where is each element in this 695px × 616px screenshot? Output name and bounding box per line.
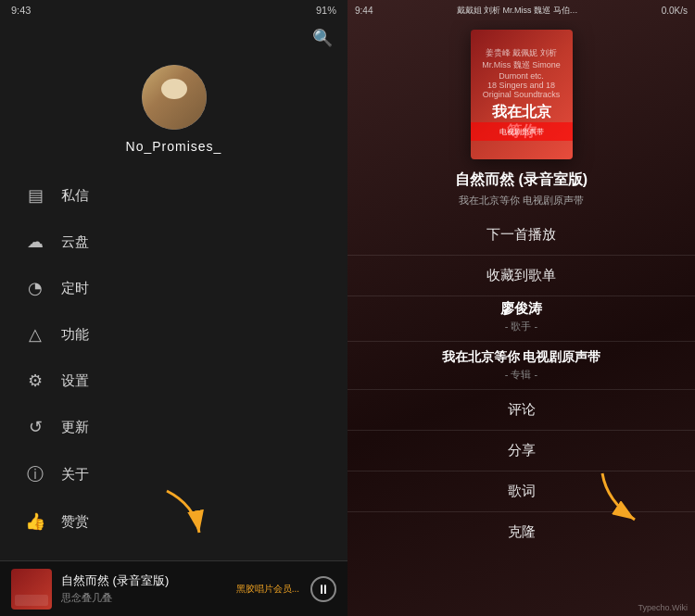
left-status-bar: 9:43 91%	[0, 0, 348, 20]
nav-item-cloud[interactable]: ☁ 云盘	[15, 219, 333, 265]
menu-list: 下一首播放 收藏到歌单 廖俊涛 - 歌手 - 我在北京等你 电视剧原声带 - 专…	[348, 215, 695, 552]
nav-item-update[interactable]: ↺ 更新	[15, 404, 333, 450]
menu-item-album-name[interactable]: 我在北京等你 电视剧原声带	[348, 342, 695, 368]
album-art-credits: 姜贵峰 戴佩妮 刘析 Mr.Miss 魏巡 Simone Dumont etc.…	[478, 47, 565, 99]
left-panel: 9:43 91% 🔍 No_Promises_ ▤ 私信 ☁ 云盘 ◔ 定时 △…	[0, 0, 348, 616]
username: No_Promises_	[126, 139, 222, 154]
menu-item-collect[interactable]: 收藏到歌单	[348, 256, 695, 296]
menu-item-artist-name[interactable]: 廖俊涛	[348, 296, 695, 320]
nav-label-about: 关于	[61, 466, 89, 484]
right-status-bar: 9:44 戴戴姐 刘析 Mr.Miss 魏巡 马伯… 0.0K/s	[348, 0, 695, 20]
typecho-watermark: Typecho.Wiki	[638, 603, 688, 612]
menu-item-artist-role: - 歌手 -	[348, 320, 695, 342]
nav-label-timer: 定时	[61, 280, 89, 297]
nav-list: ▤ 私信 ☁ 云盘 ◔ 定时 △ 功能 ⚙ 设置 ↺ 更新 ⓘ 关于 👍 赞赏	[0, 172, 348, 560]
right-panel: 9:44 戴戴姐 刘析 Mr.Miss 魏巡 马伯… 0.0K/s 姜贵峰 戴佩…	[348, 0, 695, 616]
player-title: 自然而然 (录音室版)	[61, 572, 236, 589]
menu-item-clone[interactable]: 克隆	[348, 512, 695, 552]
menu-item-comment[interactable]: 评论	[348, 390, 695, 431]
message-icon: ▤	[22, 185, 48, 206]
left-status-right: 91%	[316, 5, 336, 16]
update-icon: ↺	[22, 417, 48, 437]
player-artist: 思念叠几叠	[61, 591, 236, 605]
nav-item-reward[interactable]: 👍 赞赏	[15, 498, 333, 545]
nav-label-function: 功能	[61, 326, 89, 344]
menu-item-share[interactable]: 分享	[348, 431, 695, 471]
player-thumbnail[interactable]	[11, 569, 52, 610]
nav-item-message[interactable]: ▤ 私信	[15, 172, 333, 219]
right-content: 姜贵峰 戴佩妮 刘析 Mr.Miss 魏巡 Simone Dumont etc.…	[348, 20, 695, 616]
player-controls: 黑胶唱片会员... ⏸	[236, 576, 336, 602]
avatar[interactable]	[142, 65, 207, 130]
album-art: 姜贵峰 戴佩妮 刘析 Mr.Miss 魏巡 Simone Dumont etc.…	[471, 30, 573, 159]
pause-button[interactable]: ⏸	[310, 576, 336, 602]
nav-item-settings[interactable]: ⚙ 设置	[15, 358, 333, 404]
song-desc: 我在北京等你 电视剧原声带	[459, 194, 584, 207]
right-status-right: 0.0K/s	[662, 6, 688, 16]
album-band-label: 电视剧原声带	[471, 122, 573, 141]
avatar-section: No_Promises_	[0, 56, 348, 172]
left-time: 9:43	[11, 5, 31, 16]
menu-item-album-type: - 专辑 -	[348, 368, 695, 390]
nav-label-reward: 赞赏	[61, 513, 89, 531]
settings-icon: ⚙	[22, 371, 48, 391]
search-icon[interactable]: 🔍	[312, 28, 333, 48]
nav-label-settings: 设置	[61, 372, 89, 390]
right-artists-marquee: 戴戴姐 刘析 Mr.Miss 魏巡 马伯…	[457, 5, 578, 17]
nav-item-function[interactable]: △ 功能	[15, 311, 333, 358]
song-title: 自然而然 (录音室版)	[436, 170, 606, 190]
left-header: 🔍	[0, 20, 348, 56]
function-icon: △	[22, 324, 48, 345]
nav-label-message: 私信	[61, 187, 89, 205]
menu-item-next[interactable]: 下一首播放	[348, 215, 695, 256]
nav-label-update: 更新	[61, 419, 89, 436]
nav-label-cloud: 云盘	[61, 233, 89, 251]
timer-icon: ◔	[22, 278, 48, 298]
vip-badge: 黑胶唱片会员...	[236, 583, 299, 596]
menu-item-lyrics[interactable]: 歌词	[348, 471, 695, 512]
cloud-icon: ☁	[22, 232, 48, 252]
right-time: 9:44	[355, 6, 373, 16]
about-icon: ⓘ	[22, 463, 48, 485]
nav-item-about[interactable]: ⓘ 关于	[15, 450, 333, 498]
like-icon: 👍	[22, 511, 48, 532]
nav-item-timer[interactable]: ◔ 定时	[15, 265, 333, 311]
bottom-player: 自然而然 (录音室版) 思念叠几叠 黑胶唱片会员... ⏸	[0, 560, 348, 616]
player-info: 自然而然 (录音室版) 思念叠几叠	[61, 572, 236, 605]
